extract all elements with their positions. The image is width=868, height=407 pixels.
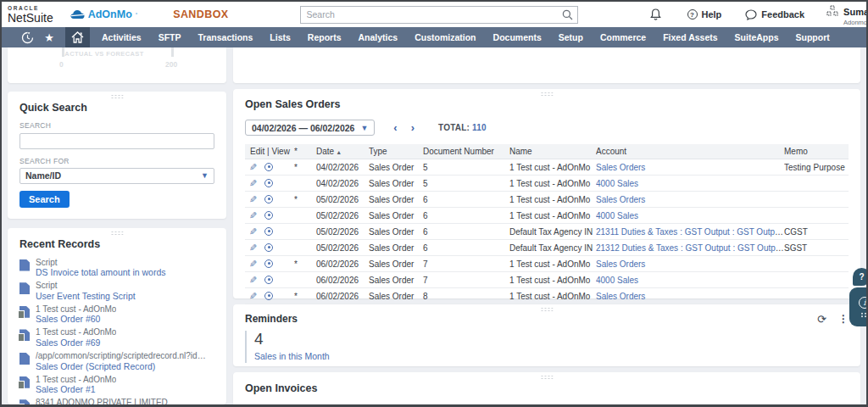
nav-item[interactable]: Activities <box>93 27 150 47</box>
global-search-input[interactable] <box>300 6 578 24</box>
nav-item[interactable]: Analytics <box>350 27 407 47</box>
col-date[interactable]: Date▲ <box>316 147 369 156</box>
edit-pencil-icon[interactable]: ✎ <box>249 194 257 205</box>
netsuite-logo: ORACLE NetSuite <box>8 6 53 25</box>
kebab-menu-icon[interactable]: ⋮ <box>838 314 849 324</box>
kpi-meter-portlet: ACTUAL VS FORECAST 0 200 <box>8 47 226 83</box>
view-eye-icon[interactable] <box>264 211 273 220</box>
cell-type: Sales Order <box>369 276 423 285</box>
drag-handle-icon[interactable] <box>111 94 124 98</box>
next-range-chevron[interactable]: › <box>411 122 415 133</box>
record-link[interactable]: Sales Order #60 <box>36 314 116 325</box>
portlet-title: Quick Search <box>19 102 214 114</box>
nav-item[interactable]: Setup <box>550 27 592 47</box>
prev-range-chevron[interactable]: ‹ <box>393 122 397 133</box>
help-menu[interactable]: ? Help <box>687 9 722 20</box>
main-nav-bar: ★ ActivitiesSFTPTransactionsListsReports… <box>2 27 866 47</box>
record-link[interactable]: User Event Testing Script <box>36 291 136 302</box>
home-icon[interactable] <box>65 27 90 47</box>
recent-records-clock-icon[interactable] <box>16 27 38 47</box>
col-name[interactable]: Name <box>509 147 596 156</box>
total-count-link[interactable]: 110 <box>472 123 487 132</box>
nav-item[interactable]: Transactions <box>190 27 262 47</box>
view-eye-icon[interactable] <box>264 163 273 171</box>
table-row: ✎ * 06/02/2026 Sales Order 7 1 Test cust… <box>245 256 849 272</box>
cell-date: 05/02/2026 <box>316 227 369 237</box>
drag-handle-icon[interactable] <box>541 92 554 96</box>
user-role-menu[interactable]: Suma L Adonmo Private Limited - Administ… <box>826 3 868 26</box>
edit-pencil-icon[interactable]: ✎ <box>249 291 257 302</box>
account-link[interactable]: Sales Orders <box>596 259 645 269</box>
notifications-bell-icon[interactable] <box>649 8 662 21</box>
nav-item[interactable]: Customization <box>406 27 484 47</box>
account-link[interactable]: 4000 Sales <box>596 211 638 220</box>
account-link[interactable]: 21311 Duties & Taxes : GST Output : GST … <box>596 227 784 237</box>
nav-item[interactable]: SuiteApps <box>726 27 787 47</box>
account-link[interactable]: Sales Orders <box>596 292 645 301</box>
date-range-select[interactable]: 04/02/2026 — 06/02/2026 ▼ <box>245 120 375 136</box>
trademark-dot: ° <box>136 12 137 17</box>
edit-pencil-icon[interactable]: ✎ <box>249 259 257 270</box>
record-link[interactable]: Sales Order (Scripted Record) <box>36 361 209 372</box>
reminder-link[interactable]: Sales in this Month <box>254 351 330 361</box>
shortcuts-star-icon[interactable]: ★ <box>38 27 60 47</box>
drag-handle-icon[interactable] <box>541 307 554 311</box>
record-type-icon <box>19 306 30 318</box>
feedback-menu[interactable]: Feedback <box>745 9 804 20</box>
view-eye-icon[interactable] <box>264 179 273 187</box>
record-link[interactable]: Sales Order #69 <box>36 337 116 348</box>
drag-handle-icon[interactable] <box>541 375 554 379</box>
cell-type: Sales Order <box>369 227 423 237</box>
edit-pencil-icon[interactable]: ✎ <box>249 226 257 237</box>
account-link[interactable]: 4000 Sales <box>596 276 638 285</box>
account-link[interactable]: Sales Orders <box>596 163 645 172</box>
search-for-select[interactable]: Name/ID ▼ <box>19 168 214 184</box>
view-eye-icon[interactable] <box>264 243 273 252</box>
nav-item[interactable]: Lists <box>261 27 299 47</box>
table-row: ✎ 06/02/2026 Sales Order 7 1 Test cust -… <box>245 272 849 288</box>
cell-date: 05/02/2026 <box>316 211 369 220</box>
edit-pencil-icon[interactable]: ✎ <box>249 243 257 254</box>
nav-item[interactable]: Reports <box>299 27 350 47</box>
view-eye-icon[interactable] <box>264 195 273 204</box>
help-balloon-icon[interactable]: ? <box>853 268 868 286</box>
record-link[interactable]: Sales Order #1 <box>36 384 116 395</box>
col-document-number[interactable]: Document Number <box>423 147 509 156</box>
cell-date: 05/02/2026 <box>316 195 369 204</box>
edit-pencil-icon[interactable]: ✎ <box>249 275 257 286</box>
total-count: TOTAL:110 <box>438 123 487 132</box>
record-context: Script <box>36 258 166 268</box>
view-eye-icon[interactable] <box>264 276 273 284</box>
table-row: ✎ * 05/02/2026 Sales Order 6 1 Test cust… <box>245 192 849 208</box>
nav-item[interactable]: Support <box>787 27 838 47</box>
nav-item[interactable]: Fixed Assets <box>654 27 726 47</box>
search-icon[interactable] <box>562 9 573 20</box>
view-eye-icon[interactable] <box>264 259 273 268</box>
refresh-icon[interactable]: ⟳ <box>817 314 826 325</box>
col-type[interactable]: Type <box>369 147 423 156</box>
view-eye-icon[interactable] <box>264 292 273 300</box>
nav-item[interactable]: Documents <box>485 27 550 47</box>
record-type-icon <box>19 353 30 365</box>
edit-pencil-icon[interactable]: ✎ <box>249 210 257 221</box>
nav-item[interactable]: SFTP <box>150 27 190 47</box>
drag-handle-icon[interactable] <box>111 231 124 235</box>
view-eye-icon[interactable] <box>264 227 273 236</box>
edit-pencil-icon[interactable]: ✎ <box>249 178 257 189</box>
search-for-label: SEARCH FOR <box>19 157 214 165</box>
record-context: 1 Test cust - AdOnMo <box>36 304 116 315</box>
cell-name: 1 Test cust - AdOnMo <box>509 292 596 301</box>
account-link[interactable]: 4000 Sales <box>596 179 638 188</box>
col-memo[interactable]: Memo <box>784 147 849 156</box>
edit-pencil-icon[interactable]: ✎ <box>249 162 257 173</box>
user-name: Suma L <box>843 7 868 17</box>
nav-item[interactable]: Commerce <box>592 27 654 47</box>
quick-search-input[interactable] <box>19 133 214 149</box>
account-link[interactable]: Sales Orders <box>596 195 645 204</box>
record-link[interactable]: DS Invoice total amount in words <box>36 267 166 278</box>
info-icon: i <box>859 297 868 309</box>
account-link[interactable]: 21312 Duties & Taxes : GST Output : GST … <box>596 243 784 253</box>
search-button[interactable]: Search <box>19 191 70 208</box>
col-account[interactable]: Account <box>596 147 784 156</box>
info-panel[interactable]: i <box>849 287 868 326</box>
